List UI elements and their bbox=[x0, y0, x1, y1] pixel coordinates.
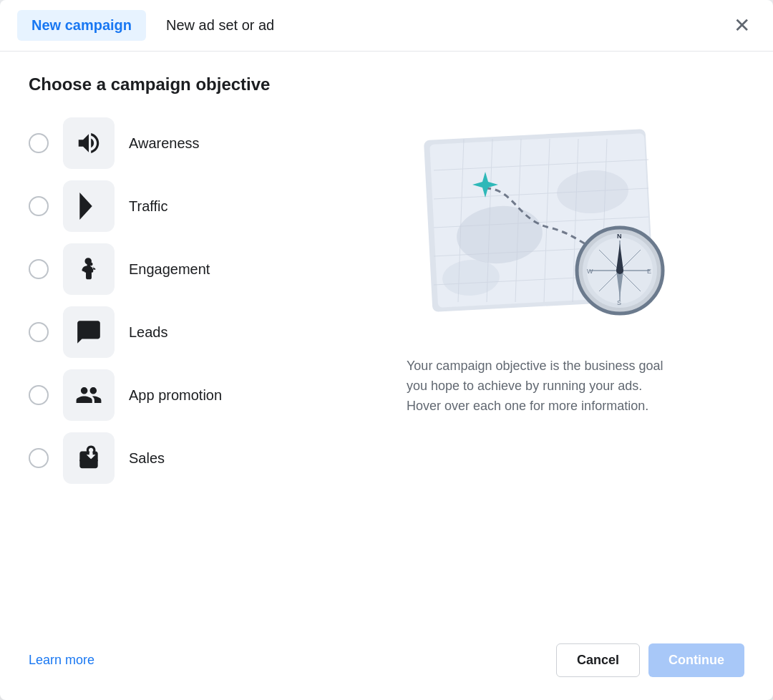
awareness-icon bbox=[75, 130, 102, 157]
radio-engagement[interactable] bbox=[29, 259, 49, 279]
traffic-icon bbox=[75, 193, 102, 220]
modal-dialog: New campaign New ad set or ad ✕ Choose a… bbox=[0, 0, 773, 700]
sales-icon bbox=[75, 444, 102, 472]
section-title: Choose a campaign objective bbox=[29, 74, 744, 94]
radio-leads[interactable] bbox=[29, 322, 49, 342]
objectives-list: Awareness Traffic bbox=[29, 117, 372, 601]
cancel-button[interactable]: Cancel bbox=[556, 643, 640, 677]
svg-point-26 bbox=[616, 267, 623, 274]
leads-icon bbox=[75, 319, 102, 346]
engagement-label: Engagement bbox=[129, 261, 210, 278]
description-text: Your campaign objective is the business … bbox=[407, 356, 679, 417]
svg-text:E: E bbox=[647, 268, 651, 275]
leads-icon-box bbox=[63, 306, 115, 358]
svg-text:N: N bbox=[617, 233, 622, 240]
radio-traffic[interactable] bbox=[29, 196, 49, 216]
radio-app-promotion[interactable] bbox=[29, 385, 49, 405]
continue-button[interactable]: Continue bbox=[648, 643, 744, 677]
objective-leads[interactable]: Leads bbox=[29, 306, 372, 358]
right-panel: N S E W Your campaign objective is the b… bbox=[407, 117, 744, 601]
tab-new-ad-set-or-ad[interactable]: New ad set or ad bbox=[152, 10, 288, 41]
svg-text:W: W bbox=[587, 268, 593, 275]
engagement-icon-box bbox=[63, 243, 115, 295]
modal-header: New campaign New ad set or ad ✕ bbox=[0, 0, 773, 52]
engagement-icon bbox=[75, 256, 102, 283]
leads-label: Leads bbox=[129, 324, 168, 341]
radio-sales[interactable] bbox=[29, 448, 49, 468]
radio-awareness[interactable] bbox=[29, 133, 49, 153]
footer-buttons: Cancel Continue bbox=[556, 643, 744, 677]
app-promotion-icon-box bbox=[63, 369, 115, 421]
objective-traffic[interactable]: Traffic bbox=[29, 180, 372, 232]
close-button[interactable]: ✕ bbox=[728, 13, 756, 39]
objective-engagement[interactable]: Engagement bbox=[29, 243, 372, 295]
svg-rect-0 bbox=[79, 460, 97, 462]
awareness-label: Awareness bbox=[129, 135, 200, 152]
sales-label: Sales bbox=[129, 450, 165, 467]
sales-icon-box bbox=[63, 432, 115, 484]
modal-footer: Learn more Cancel Continue bbox=[0, 623, 773, 700]
svg-text:S: S bbox=[617, 299, 621, 306]
campaign-objective-illustration: N S E W bbox=[407, 120, 679, 342]
traffic-icon-box bbox=[63, 180, 115, 232]
objective-sales[interactable]: Sales bbox=[29, 432, 372, 484]
content-area: Awareness Traffic bbox=[29, 117, 744, 601]
objective-app-promotion[interactable]: App promotion bbox=[29, 369, 372, 421]
awareness-icon-box bbox=[63, 117, 115, 169]
modal-body: Choose a campaign objective Awareness bbox=[0, 52, 773, 601]
tab-new-campaign[interactable]: New campaign bbox=[17, 10, 146, 41]
learn-more-link[interactable]: Learn more bbox=[29, 653, 94, 668]
objective-awareness[interactable]: Awareness bbox=[29, 117, 372, 169]
app-promotion-icon bbox=[75, 381, 102, 409]
app-promotion-label: App promotion bbox=[129, 387, 222, 404]
traffic-label: Traffic bbox=[129, 198, 167, 215]
